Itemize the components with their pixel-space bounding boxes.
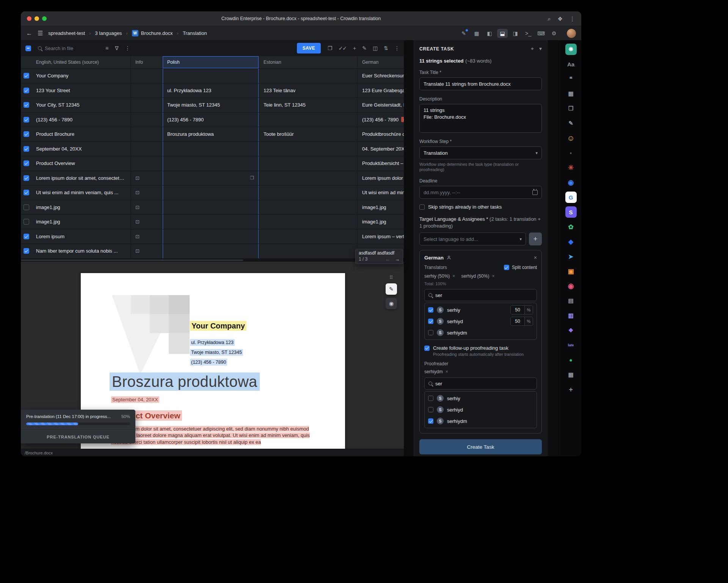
context-icon[interactable]: ⊡	[135, 190, 140, 195]
translator-option[interactable]: S serhiydm	[428, 327, 533, 338]
wings-app-icon[interactable]: ❖	[565, 325, 577, 336]
context-icon[interactable]: ⊡	[135, 204, 140, 210]
source-string[interactable]: (123) 456 - 7890	[36, 117, 72, 123]
preview-edit-button[interactable]: ✎	[386, 283, 397, 295]
german-translation[interactable]: Lorem ipsum – verf	[362, 234, 404, 239]
source-string[interactable]: Lorem ipsum dolor sit amet, consectetu..…	[36, 175, 126, 181]
proofreader-option[interactable]: S serhiyd	[428, 404, 533, 415]
percent-input[interactable]	[511, 317, 524, 325]
row-checkbox[interactable]	[24, 117, 29, 123]
translate-app-icon[interactable]: G	[565, 192, 577, 203]
source-string[interactable]: Lorem ipsum	[36, 234, 64, 239]
table-row[interactable]: image1.jpg ⊡ ❐ image1.jpg⌂	[21, 200, 404, 215]
row-checkbox[interactable]	[24, 73, 29, 79]
percent-input[interactable]	[511, 306, 524, 314]
german-translation[interactable]: image1.jpg	[362, 219, 386, 225]
table-row[interactable]: Nam liber tempor cum soluta nobis ... ⊡ …	[21, 244, 404, 259]
translator-search-input[interactable]	[435, 292, 533, 298]
translator-checkbox[interactable]	[428, 330, 433, 335]
row-checkbox[interactable]	[24, 146, 29, 152]
source-string[interactable]: image1.jpg	[36, 204, 60, 210]
source-string[interactable]: Ut wisi enim ad minim veniam, quis ...	[36, 190, 118, 195]
search-in-file[interactable]: Search in file	[38, 46, 99, 51]
source-string[interactable]: Nam liber tempor cum soluta nobis ...	[36, 248, 118, 254]
context-icon[interactable]: ⊡	[135, 219, 140, 225]
language-select[interactable]: Select language to add... ▾	[419, 233, 526, 245]
estonian-translation[interactable]: Toote brošüür	[264, 131, 294, 137]
scrollbar-thumb[interactable]	[21, 259, 243, 261]
edit-icon[interactable]: ✎	[362, 46, 366, 51]
column-info[interactable]: Info	[131, 56, 163, 68]
smiley-app-icon[interactable]: ☺	[565, 132, 577, 144]
proofreader-search[interactable]	[424, 377, 537, 390]
display-settings-icon[interactable]: ≡	[105, 46, 108, 51]
row-checkbox[interactable]	[24, 102, 29, 108]
translator-option[interactable]: S serhiyd %	[428, 316, 533, 327]
dot-icon[interactable]: •	[565, 147, 577, 159]
source-string[interactable]: Your Company	[36, 73, 69, 79]
preview-visibility-button[interactable]: ◉	[386, 298, 397, 309]
pre-translation-queue-button[interactable]: PRE-TRANSLATION QUEUE	[21, 430, 135, 443]
polish-translation[interactable]: ul. Przykładowa 123	[167, 88, 211, 93]
panel-left-icon[interactable]: ◧	[484, 29, 495, 38]
horizontal-scrollbar[interactable]	[21, 259, 404, 262]
translator-checkbox[interactable]	[428, 307, 433, 313]
split-view-icon[interactable]: ◫	[373, 46, 377, 51]
user-avatar[interactable]	[567, 29, 576, 38]
columns-app-icon[interactable]: ▥	[565, 310, 577, 321]
grid-view-icon[interactable]: ▦	[471, 29, 482, 38]
flame-app-icon[interactable]: ◆	[565, 236, 577, 247]
row-checkbox[interactable]	[24, 175, 29, 181]
eye-app-icon[interactable]: ◉	[565, 280, 577, 292]
menu-icon[interactable]: ☰	[38, 30, 43, 36]
camera-app-icon[interactable]: ◉	[565, 177, 577, 188]
next-page-icon[interactable]: →	[395, 256, 400, 262]
table-row[interactable]: Your City, ST 12345 ⊡ Twoje miasto, ST 1…	[21, 98, 404, 113]
remove-tag-icon[interactable]: ×	[446, 369, 448, 374]
skip-strings-checkbox[interactable]	[419, 204, 425, 210]
translator-option[interactable]: S serhiy %	[428, 304, 533, 316]
proofreader-option[interactable]: S serhiydm	[428, 415, 533, 427]
table-row[interactable]: (123) 456 - 7890 ⊡ (123) 456 - 7890❐ (12…	[21, 113, 404, 127]
table-row[interactable]: September 04, 20XX ⊡ ❐ 04. September 20X…	[21, 142, 404, 157]
breadcrumb-languages[interactable]: 3 languages	[95, 30, 122, 36]
column-polish[interactable]: Polish	[163, 56, 259, 68]
panel-right-icon[interactable]: ◨	[510, 29, 521, 38]
sort-icon[interactable]: ⋮	[125, 46, 130, 51]
source-string[interactable]: image1.jpg	[36, 219, 60, 225]
calendar-icon[interactable]	[532, 190, 538, 195]
cube-app-icon[interactable]: ▣	[565, 266, 577, 277]
compose-icon[interactable]: ✎	[458, 29, 469, 38]
row-checkbox[interactable]	[24, 234, 29, 239]
row-checkbox[interactable]	[24, 131, 29, 137]
table-row[interactable]: Product Brochure ⊡ Broszura produktowa❐ …	[21, 127, 404, 142]
german-translation[interactable]: Eure Geisterstadt, B	[362, 102, 404, 108]
s-app-icon[interactable]: S	[565, 206, 577, 218]
add-language-button[interactable]: +	[529, 233, 542, 245]
pin-icon[interactable]: ⌖	[531, 46, 534, 52]
bird-app-icon[interactable]: ➤	[565, 251, 577, 262]
duplicate-icon[interactable]: ❐	[250, 175, 254, 181]
source-string[interactable]: Product Overview	[36, 160, 75, 166]
breadcrumb-project[interactable]: spreadsheet-test	[48, 30, 85, 36]
file-path[interactable]: /Brochure.docx	[25, 451, 53, 455]
select-all-checkbox[interactable]	[25, 46, 31, 51]
collapse-panel-icon[interactable]: ▾	[539, 46, 542, 52]
skip-strings-option[interactable]: Skip strings already in other tasks	[419, 204, 542, 210]
back-icon[interactable]: ←	[26, 30, 32, 36]
context-icon[interactable]: ⊡	[135, 175, 140, 181]
column-german[interactable]: German	[358, 56, 404, 68]
draft-edit-icon[interactable]: ✎	[565, 118, 577, 129]
close-window-button[interactable]	[27, 16, 31, 21]
split-content-option[interactable]: Split content	[504, 265, 537, 270]
followup-checkbox[interactable]	[424, 346, 430, 351]
row-checkbox[interactable]	[24, 88, 29, 93]
context-icon[interactable]: ⊡	[135, 234, 140, 239]
settings-icon[interactable]: ⚙	[549, 29, 559, 38]
row-checkbox[interactable]	[24, 248, 29, 254]
drag-handle-icon[interactable]: ⠿	[389, 275, 394, 280]
source-string[interactable]: 123 Your Street	[36, 88, 70, 93]
column-estonian[interactable]: Estonian	[259, 56, 358, 68]
comments-icon[interactable]: ❝	[565, 73, 577, 85]
search-icon[interactable]: ⌕	[548, 16, 551, 22]
